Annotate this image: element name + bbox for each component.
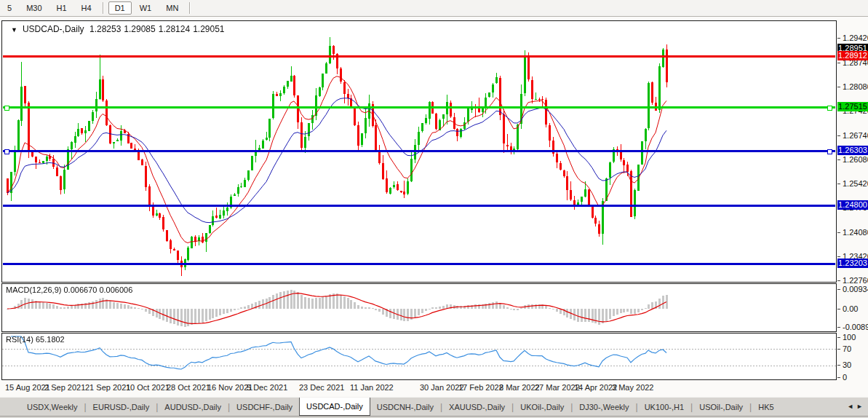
collapse-icon[interactable]: ▼: [11, 26, 17, 33]
axis-tick: [837, 38, 840, 39]
chart-title: USDCAD-,Daily: [23, 24, 84, 34]
level-line-blue-3[interactable]: [3, 263, 835, 265]
level-line-blue-2[interactable]: [3, 205, 835, 207]
price-axis-label: 1.26080: [843, 155, 868, 165]
level-line-blue-1-handle[interactable]: [827, 149, 832, 154]
level-line-blue-1-handle[interactable]: [4, 149, 9, 154]
level-line-blue-1[interactable]: [3, 150, 835, 152]
date-label: 30 Jan 2022: [420, 383, 464, 392]
price-axis-label: 1.25420: [843, 179, 868, 189]
timeframe-button-w1[interactable]: W1: [133, 1, 159, 15]
date-label: 21 Sep 2021: [85, 383, 130, 392]
date-label: 3 May 2022: [612, 383, 653, 392]
rsi-name: RSI(14): [6, 335, 33, 344]
support-line-green-handle[interactable]: [4, 106, 9, 111]
rsi-axis-label: 30: [843, 360, 851, 370]
tab-uk100-h1[interactable]: UK100-,H1: [638, 399, 690, 416]
ohlc-low: 1.28124: [159, 24, 190, 34]
tab-audusd-daily[interactable]: AUDUSD-,Daily: [158, 399, 228, 416]
green-line-badge: 1.27515: [837, 102, 868, 111]
chart-header: ▼USDCAD-,Daily 1.282531.290851.281241.29…: [11, 24, 228, 34]
support-line-green-handle[interactable]: [827, 106, 832, 111]
tab-xauusd-daily[interactable]: XAUUSD-,Daily: [442, 399, 511, 416]
timeframe-button-mn[interactable]: MN: [159, 1, 185, 15]
macd-axis-label: -0.008902: [843, 323, 868, 332]
rsi-axis-label: 0: [843, 373, 847, 382]
chart-tabs: USDX,Weekly|EURUSD-,Daily|AUDUSD-,Daily|…: [0, 397, 868, 417]
axis-tick: [837, 280, 840, 281]
blue-line-badge-1: 1.26303: [837, 146, 868, 155]
support-line-green[interactable]: [3, 106, 835, 109]
resistance-line-red[interactable]: [3, 55, 835, 58]
date-label: 27 Mar 2022: [535, 383, 580, 392]
timeframe-button-d1[interactable]: D1: [108, 1, 132, 15]
axis-tick: [837, 365, 840, 366]
macd-name: MACD(12,26,9): [6, 285, 61, 294]
tab-hk5[interactable]: HK5: [752, 399, 780, 416]
tab-eurusd-daily[interactable]: EURUSD-,Daily: [87, 399, 156, 416]
tab-dj30-weekly[interactable]: DJ30-,Weekly: [573, 399, 635, 416]
axis-tick: [837, 63, 840, 63]
date-label: 11 Jan 2022: [350, 383, 394, 392]
rsi-value: 65.1802: [36, 335, 65, 344]
blue-line-badge-2: 1.24800: [837, 200, 868, 210]
date-label: 28 Oct 2021: [167, 383, 210, 392]
time-axis[interactable]: 15 Aug 20212 Sep 202121 Sep 202110 Oct 2…: [1, 380, 837, 396]
blue-line-badge-3: 1.23203: [837, 259, 868, 268]
tab-usdchf-daily[interactable]: USDCHF-,Daily: [230, 399, 299, 416]
rsi-label: RSI(14) 65.1802: [6, 335, 65, 344]
price-axis-label: 1.29420: [843, 33, 868, 43]
date-label: 10 Oct 2021: [126, 383, 170, 392]
toolbar-separator: [189, 2, 191, 14]
toolbar-separator: [103, 2, 104, 14]
chart-window: ▼USDCAD-,Daily 1.282531.290851.281241.29…: [0, 17, 868, 397]
tab-ukoil-daily[interactable]: UKOil-,Daily: [514, 399, 570, 416]
ohlc-high: 1.29085: [124, 24, 155, 34]
price-pane[interactable]: ▼USDCAD-,Daily 1.282531.290851.281241.29…: [1, 20, 837, 283]
rsi-canvas[interactable]: [2, 334, 836, 379]
timeframe-toolbar: 5M30H1H4D1W1MN: [0, 0, 868, 17]
price-axis-label: 1.26740: [843, 131, 868, 141]
tab-usdx-weekly[interactable]: USDX,Weekly: [20, 399, 84, 416]
date-label: 8 Mar 2022: [499, 383, 540, 392]
ohlc-close: 1.29051: [193, 24, 224, 34]
axis-tick: [837, 159, 840, 160]
tab-scroll-arrows[interactable]: ◄►: [847, 403, 866, 410]
price-axis-label: 1.28080: [843, 82, 868, 92]
rsi-pane[interactable]: RSI(14) 65.1802: [1, 333, 837, 380]
tab-usoil-daily[interactable]: USOil-,Daily: [693, 399, 749, 416]
date-label: 14 Apr 2022: [574, 383, 617, 392]
price-axis[interactable]: 1.294201.287401.280801.274201.267401.260…: [837, 17, 868, 397]
axis-tick: [837, 327, 840, 328]
macd-label: MACD(12,26,9) 0.006670 0.006006: [6, 285, 132, 294]
axis-tick: [837, 349, 840, 350]
axis-tick: [837, 337, 840, 338]
tab-usdcnh-daily[interactable]: USDCNH-,Daily: [370, 399, 440, 416]
price-axis-label: 1.24080: [843, 228, 868, 237]
date-label: 17 Feb 2022: [458, 383, 503, 392]
timeframe-button-m30[interactable]: M30: [20, 1, 48, 15]
date-label: 23 Dec 2021: [299, 383, 344, 392]
macd-values: 0.006670 0.006006: [63, 285, 132, 294]
axis-tick: [837, 377, 840, 378]
tab-usdcad-daily[interactable]: USDCAD-,Daily: [299, 398, 370, 416]
rsi-axis-label: 100: [843, 333, 856, 342]
axis-tick: [837, 184, 840, 184]
axis-tick: [837, 309, 840, 309]
date-label: 2 Sep 2021: [44, 383, 85, 392]
macd-axis-label: 0.00: [843, 304, 858, 314]
timeframe-button-5[interactable]: 5: [1, 1, 18, 15]
axis-tick: [837, 87, 840, 87]
date-label: 15 Aug 2021: [5, 383, 50, 392]
ohlc-open: 1.28253: [89, 24, 121, 34]
red-line-badge: 1.28912: [837, 51, 868, 60]
date-label: 5 Dec 2021: [247, 383, 287, 392]
mt4-terminal: 5M30H1H4D1W1MN ▼USDCAD-,Daily 1.282531.2…: [0, 0, 868, 418]
timeframe-button-h4[interactable]: H4: [75, 1, 98, 15]
macd-pane[interactable]: MACD(12,26,9) 0.006670 0.006006: [1, 283, 837, 332]
timeframe-button-h1[interactable]: H1: [50, 1, 73, 15]
axis-tick: [837, 289, 840, 290]
axis-tick: [837, 256, 840, 257]
axis-tick: [837, 135, 840, 136]
macd-axis-label: 0.009345: [843, 285, 868, 294]
